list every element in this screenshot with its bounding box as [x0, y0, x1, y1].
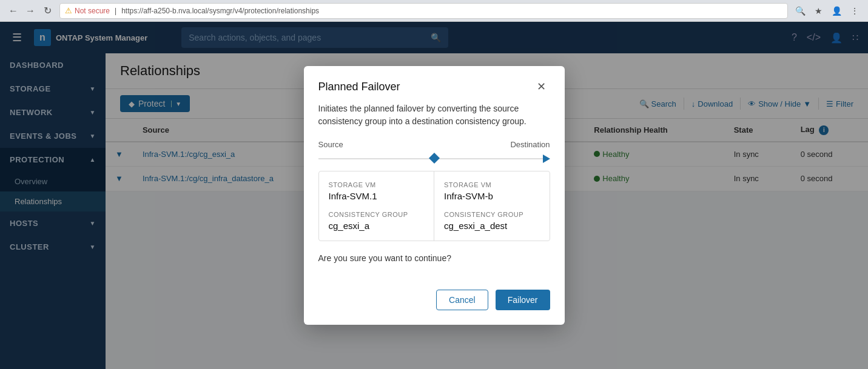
dest-cg-value: cg_esxi_a_dest — [444, 221, 540, 231]
browser-nav-buttons: ← → ↻ — [6, 4, 55, 18]
modal-footer: Cancel Failover — [304, 290, 565, 325]
separator: | — [115, 7, 116, 15]
dest-cg-label: CONSISTENCY GROUP — [444, 211, 540, 218]
cancel-button[interactable]: Cancel — [436, 290, 488, 310]
zoom-button[interactable]: 🔍 — [793, 4, 807, 18]
address-bar[interactable]: ⚠ Not secure | https://aff-a250-b.nva.lo… — [59, 3, 788, 19]
dest-svm-label: STORAGE VM — [444, 181, 540, 188]
warning-icon: ⚠ — [65, 6, 72, 15]
security-warning: Not secure — [75, 7, 110, 15]
dest-svm-value: Infra-SVM-b — [444, 191, 540, 201]
close-button[interactable]: ✕ — [533, 78, 550, 95]
arrow-connector-icon — [428, 152, 440, 164]
source-svm-label: STORAGE VM — [329, 181, 425, 188]
source-destination-panel: STORAGE VM Infra-SVM.1 CONSISTENCY GROUP… — [318, 171, 550, 241]
source-panel: STORAGE VM Infra-SVM.1 CONSISTENCY GROUP… — [319, 171, 435, 241]
svg-marker-0 — [429, 153, 440, 164]
menu-button[interactable]: ⋮ — [847, 4, 862, 18]
forward-button[interactable]: → — [23, 4, 38, 18]
modal-header: Planned Failover ✕ — [304, 66, 565, 102]
source-label: Source — [318, 140, 343, 149]
destination-label: Destination — [510, 140, 550, 149]
bookmark-star-button[interactable]: ★ — [811, 4, 826, 18]
source-cg-label: CONSISTENCY GROUP — [329, 211, 425, 218]
source-cg-value: cg_esxi_a — [329, 221, 425, 231]
modal-title: Planned Failover — [318, 81, 400, 93]
planned-failover-modal: Planned Failover ✕ Initiates the planned… — [304, 66, 565, 325]
reload-button[interactable]: ↻ — [40, 4, 55, 18]
confirm-text: Are you sure you want to continue? — [318, 253, 550, 263]
browser-action-buttons: 🔍 ★ 👤 ⋮ — [793, 4, 862, 18]
modal-body: Initiates the planned failover by conver… — [304, 102, 565, 290]
modal-overlay[interactable]: Planned Failover ✕ Initiates the planned… — [0, 22, 868, 369]
browser-bar: ← → ↻ ⚠ Not secure | https://aff-a250-b.… — [0, 0, 868, 22]
profile-button[interactable]: 👤 — [829, 4, 844, 18]
source-svm-value: Infra-SVM.1 — [329, 191, 425, 201]
back-button[interactable]: ← — [6, 4, 21, 18]
failover-button[interactable]: Failover — [496, 290, 550, 310]
destination-panel: STORAGE VM Infra-SVM-b CONSISTENCY GROUP… — [434, 171, 550, 241]
browser-url: https://aff-a250-b.nva.local/sysmgr/v4/p… — [121, 7, 319, 15]
modal-description: Initiates the planned failover by conver… — [318, 102, 550, 128]
